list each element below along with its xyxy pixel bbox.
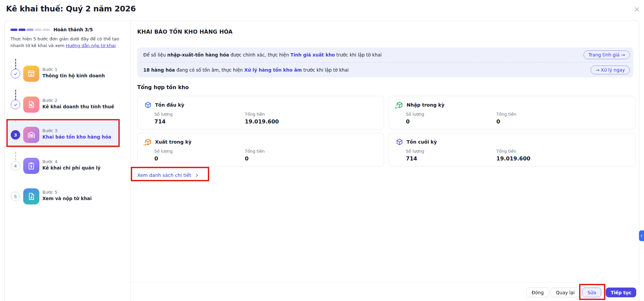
tax-declaration-modal: Kê khai thuế: Quý 2 năm 2026 Hoàn thành … <box>0 0 644 301</box>
stat-value: 0 <box>245 155 265 162</box>
guide-link[interactable]: Hướng dẫn nộp tờ khai <box>66 43 116 48</box>
notice-middle: đang có số tồn âm, thực hiện <box>175 67 244 73</box>
view-detail-label: Xem danh sách chi tiết <box>137 173 191 178</box>
continue-button[interactable]: Tiếp tục <box>606 288 636 297</box>
card-closing-stock: Tồn cuối kỳ Số lượng 714 Tổng tiền 19.01… <box>389 133 636 166</box>
notice-suffix: trước khi lập tờ khai <box>335 52 382 58</box>
progress-segment <box>18 29 26 31</box>
progress-bar: Hoàn thành 3/5 <box>10 27 93 32</box>
step-label: Bước 2 <box>42 98 114 103</box>
card-title: Xuất trong kỳ <box>155 139 191 145</box>
stat-value: 0 <box>406 118 629 125</box>
cube-arrow-in-icon: ← <box>396 101 403 109</box>
notice-middle: được chính xác, thực hiện <box>229 52 290 58</box>
check-icon <box>11 69 20 78</box>
stat-quantity: Số lượng 0 <box>154 149 377 162</box>
card-title: Tồn đầu kỳ <box>155 102 184 108</box>
card-title: Tồn cuối kỳ <box>407 139 437 145</box>
notice-row-negative-stock: 18 hàng hóa đang có số tồn âm, thực hiện… <box>137 63 633 77</box>
stat-label: Số lượng <box>406 112 629 117</box>
progress-segment <box>35 29 42 31</box>
divider <box>131 282 639 283</box>
progress-segment <box>10 29 17 31</box>
step-title: Xem và nộp tờ khai <box>42 196 92 201</box>
stat-label: Tổng tiền <box>496 149 530 154</box>
notice-suffix: trước khi lập tờ khai <box>302 67 349 73</box>
view-detail-link[interactable]: Xem danh sách chi tiết <box>137 173 199 178</box>
notice-bold: 18 hàng hóa <box>143 67 175 73</box>
warehouse-icon <box>23 127 39 143</box>
pricing-link[interactable]: Tính giá xuất kho <box>290 52 335 58</box>
step-label: Bước 3 <box>42 128 111 133</box>
main-content: KHAI BÁO TỒN KHO HÀNG HÓA Để số liệu nhậ… <box>131 21 640 301</box>
document-download-icon <box>23 188 39 204</box>
stat-label: Tổng tiền <box>245 112 279 117</box>
step-number-badge: 3 <box>11 130 20 140</box>
intro-text: Thực hiện 5 bước đơn giản dưới đây để có… <box>10 36 123 49</box>
edit-button[interactable]: Sửa <box>582 288 601 297</box>
stat-amount: Tổng tiền 0 <box>245 149 265 162</box>
summary-title: Tổng hợp tồn kho <box>137 84 189 90</box>
stat-quantity: Số lượng 0 <box>406 112 629 125</box>
stat-value: 19.019.600 <box>245 118 279 125</box>
cube-icon <box>144 101 152 109</box>
notice-bold: nhập-xuất-tồn hàng hóa <box>167 52 229 58</box>
notice-row-pricing: Để số liệu nhập-xuất-tồn hàng hóa được c… <box>137 47 633 62</box>
stat-label: Tổng tiền <box>245 149 265 154</box>
arrow-out-glyph: → <box>143 143 147 147</box>
check-icon <box>11 100 20 109</box>
steps-sidebar: Hoàn thành 3/5 Thực hiện 5 bước đơn giản… <box>5 21 131 301</box>
step-number-badge: 5 <box>11 192 20 201</box>
back-button[interactable]: Quay lại <box>551 288 580 297</box>
page-title: Kê khai thuế: Quý 2 năm 2026 <box>6 4 136 13</box>
stat-value: 0 <box>496 118 516 125</box>
stat-label: Số lượng <box>154 149 377 154</box>
stat-label: Tổng tiền <box>496 112 516 117</box>
arrow-in-glyph: ← <box>394 106 398 110</box>
chevron-left-icon <box>640 234 643 237</box>
modal-body: Hoàn thành 3/5 Thực hiện 5 bước đơn giản… <box>4 20 639 301</box>
step-title: Khai báo tồn kho hàng hóa <box>42 134 111 140</box>
cube-icon <box>396 138 403 146</box>
close-button[interactable]: Đóng <box>526 288 549 297</box>
svg-text:$: $ <box>30 164 33 168</box>
collapse-panel-tab[interactable] <box>639 230 644 241</box>
section-title: KHAI BÁO TỒN KHO HÀNG HÓA <box>137 29 233 35</box>
progress-segment <box>27 29 34 31</box>
resolve-now-button[interactable]: → Xử lý ngay <box>591 66 630 74</box>
notice-text: Để số liệu nhập-xuất-tồn hàng hóa được c… <box>143 52 382 58</box>
notice-text: 18 hàng hóa đang có số tồn âm, thực hiện… <box>143 67 349 73</box>
step-label: Bước 5 <box>42 190 92 195</box>
step-label: Bước 4 <box>42 159 101 164</box>
storefront-icon <box>23 66 39 82</box>
card-inbound: ← Nhập trong kỳ Số lượng 0 Tổng tiền 0 <box>389 96 636 129</box>
stat-amount: Tổng tiền 19.019.600 <box>245 112 279 125</box>
chevron-right-icon <box>195 173 199 178</box>
card-opening-stock: Tồn đầu kỳ Số lượng 714 Tổng tiền 19.019… <box>137 96 384 129</box>
close-icon[interactable] <box>633 5 641 13</box>
document-percent-icon <box>23 97 39 113</box>
card-title: Nhập trong kỳ <box>407 102 445 108</box>
cube-arrow-out-icon: → <box>144 138 152 146</box>
summary-cards: Tồn đầu kỳ Số lượng 714 Tổng tiền 19.019… <box>137 96 636 166</box>
progress-label: Hoàn thành 3/5 <box>53 27 93 32</box>
step-label: Bước 1 <box>42 67 105 72</box>
pricing-page-button[interactable]: Trang tính giá → <box>583 50 630 59</box>
step-title: Kê khai doanh thu tính thuế <box>42 104 114 109</box>
stat-value: 19.019.600 <box>496 155 530 162</box>
stat-value: 0 <box>154 155 377 162</box>
notice-banner: Để số liệu nhập-xuất-tồn hàng hóa được c… <box>137 47 633 77</box>
step-title: Thông tin hộ kinh doanh <box>42 73 105 78</box>
step-number-badge: 4 <box>11 161 20 171</box>
clipboard-dollar-icon: $ <box>23 158 39 174</box>
stat-amount: Tổng tiền 0 <box>496 112 516 125</box>
stat-amount: Tổng tiền 19.019.600 <box>496 149 530 162</box>
step-title: Kê khai chi phí quản lý <box>42 165 101 171</box>
negative-stock-link[interactable]: Xử lý hàng tồn kho âm <box>244 67 302 73</box>
notice-prefix: Để số liệu <box>143 52 167 58</box>
progress-segment <box>43 29 50 31</box>
card-outbound: → Xuất trong kỳ Số lượng 0 Tổng tiền 0 <box>137 133 384 166</box>
